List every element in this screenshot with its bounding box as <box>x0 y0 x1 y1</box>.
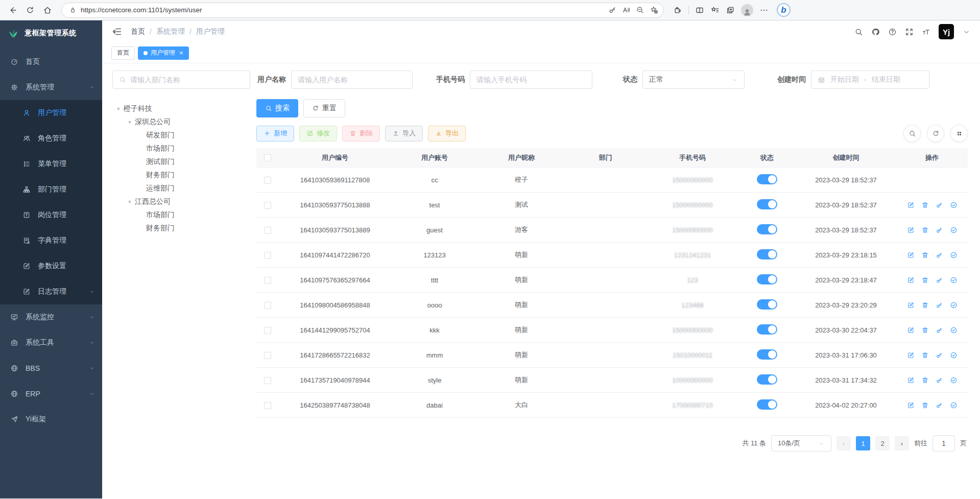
sidebar-item-dictionary-management[interactable]: 字典管理 <box>0 228 102 253</box>
breadcrumb-home[interactable]: 首页 <box>131 27 145 36</box>
browser-profile-avatar[interactable] <box>741 4 753 16</box>
check-circle-icon[interactable] <box>950 401 958 409</box>
table-columns-button[interactable] <box>950 125 968 142</box>
tree-node-dept[interactable]: 测试部门 <box>112 155 250 169</box>
status-toggle[interactable] <box>757 299 777 310</box>
goto-page-input[interactable] <box>936 439 951 447</box>
edit-icon[interactable] <box>907 376 915 384</box>
sidebar-item-parameter-settings[interactable]: 参数设置 <box>0 253 102 279</box>
row-checkbox[interactable] <box>264 352 271 359</box>
next-page-button[interactable]: › <box>895 436 909 450</box>
sidebar-item-menu-management[interactable]: 菜单管理 <box>0 151 102 177</box>
sidebar-item-home[interactable]: 首页 <box>0 49 102 75</box>
edit-icon[interactable] <box>907 251 915 259</box>
sidebar-item-yi-framework[interactable]: Yi框架 <box>0 407 102 432</box>
trash-icon[interactable] <box>921 226 929 234</box>
check-circle-icon[interactable] <box>950 301 958 309</box>
fullscreen-icon[interactable] <box>905 28 914 36</box>
tree-node-dept[interactable]: 研发部门 <box>112 129 250 142</box>
date-range-picker[interactable]: 开始日期 - 结束日期 <box>811 70 929 89</box>
edit-icon[interactable] <box>907 351 915 359</box>
reset-password-key-icon[interactable] <box>936 276 943 284</box>
status-toggle[interactable] <box>757 399 777 410</box>
export-button[interactable]: 导出 <box>428 126 466 141</box>
status-toggle[interactable] <box>757 349 777 360</box>
sidebar-item-user-management[interactable]: 用户管理 <box>0 100 102 126</box>
import-button[interactable]: 导入 <box>385 126 423 141</box>
status-toggle[interactable] <box>757 224 777 234</box>
sidebar-item-system-management[interactable]: 系统管理 <box>0 75 102 100</box>
reset-password-key-icon[interactable] <box>936 301 943 309</box>
reset-password-key-icon[interactable] <box>936 226 943 234</box>
tab-home[interactable]: 首页 <box>111 46 135 60</box>
caret-down-icon[interactable]: ▾ <box>125 198 135 205</box>
check-circle-icon[interactable] <box>950 326 958 334</box>
trash-icon[interactable] <box>921 326 929 334</box>
help-icon[interactable] <box>888 28 897 36</box>
add-favorite-icon[interactable] <box>650 6 658 14</box>
row-checkbox[interactable] <box>264 252 271 259</box>
status-toggle[interactable] <box>757 374 777 385</box>
date-start-placeholder[interactable]: 开始日期 <box>830 75 859 84</box>
reset-password-key-icon[interactable] <box>936 326 943 334</box>
page-button-2[interactable]: 2 <box>875 436 890 450</box>
status-select[interactable]: 正常 <box>642 70 745 89</box>
url-text[interactable]: https://ccnetcore.com:1101/system/user <box>81 6 604 14</box>
check-circle-icon[interactable] <box>950 351 958 359</box>
sidebar-item-role-management[interactable]: 角色管理 <box>0 126 102 151</box>
edit-icon[interactable] <box>907 301 915 309</box>
date-end-placeholder[interactable]: 结束日期 <box>872 75 900 84</box>
caret-down-icon[interactable]: ▾ <box>113 105 124 112</box>
row-checkbox[interactable] <box>264 327 271 334</box>
sidebar-item-system-monitor[interactable]: 系统监控 <box>0 304 102 330</box>
tree-node-company[interactable]: ▾橙子科技 <box>112 102 250 115</box>
browser-back-button[interactable] <box>5 3 20 18</box>
tree-node-dept[interactable]: 运维部门 <box>112 182 250 195</box>
add-button[interactable]: 新增 <box>256 126 294 141</box>
status-toggle[interactable] <box>757 274 777 284</box>
sidebar-item-post-management[interactable]: 岗位管理 <box>0 202 102 228</box>
tree-node-dept[interactable]: 财务部门 <box>112 169 250 182</box>
table-search-toggle-button[interactable] <box>903 125 921 142</box>
prev-page-button[interactable]: ‹ <box>836 436 851 450</box>
favorites-bar-icon[interactable] <box>710 6 720 15</box>
trash-icon[interactable] <box>921 251 929 259</box>
tree-node-dept[interactable]: 市场部门 <box>112 142 250 155</box>
bing-chat-icon[interactable]: b <box>777 3 791 17</box>
page-size-select[interactable]: 10条/页 <box>771 435 831 452</box>
github-icon[interactable] <box>871 28 880 36</box>
reset-password-key-icon[interactable] <box>936 376 943 384</box>
split-screen-icon[interactable] <box>695 6 704 15</box>
reset-password-key-icon[interactable] <box>936 251 943 259</box>
trash-icon[interactable] <box>921 401 929 409</box>
row-checkbox[interactable] <box>264 302 271 309</box>
sidebar-item-erp[interactable]: ERP <box>0 381 102 407</box>
read-aloud-icon[interactable] <box>622 6 631 14</box>
app-logo[interactable]: 意框架管理系统 <box>0 20 102 46</box>
username-input[interactable] <box>298 76 406 84</box>
address-bar[interactable]: https://ccnetcore.com:1101/system/user <box>61 3 664 18</box>
browser-more-icon[interactable] <box>759 6 769 15</box>
reset-button[interactable]: 重置 <box>303 99 345 117</box>
tree-node-branch[interactable]: ▾深圳总公司 <box>112 115 250 129</box>
extensions-icon[interactable] <box>673 6 682 15</box>
breadcrumb-system[interactable]: 系统管理 <box>156 27 185 36</box>
tab-user-management[interactable]: 用户管理 × <box>138 46 189 60</box>
sidebar-item-bbs[interactable]: BBS <box>0 355 102 381</box>
reset-password-key-icon[interactable] <box>936 201 943 209</box>
phone-input[interactable] <box>476 76 586 84</box>
sidebar-fold-icon[interactable] <box>111 26 123 37</box>
sidebar-item-log-management[interactable]: 日志管理 <box>0 279 102 304</box>
status-toggle[interactable] <box>757 324 777 335</box>
zoom-out-icon[interactable] <box>636 6 644 14</box>
modify-button[interactable]: 修改 <box>299 126 337 141</box>
row-checkbox[interactable] <box>264 402 271 409</box>
row-checkbox[interactable] <box>264 227 271 234</box>
edit-icon[interactable] <box>907 226 915 234</box>
row-checkbox[interactable] <box>264 377 271 384</box>
password-key-icon[interactable] <box>608 6 617 14</box>
delete-button[interactable]: 删除 <box>342 126 380 141</box>
browser-home-button[interactable] <box>40 3 55 18</box>
trash-icon[interactable] <box>921 201 929 209</box>
status-toggle[interactable] <box>757 199 777 209</box>
